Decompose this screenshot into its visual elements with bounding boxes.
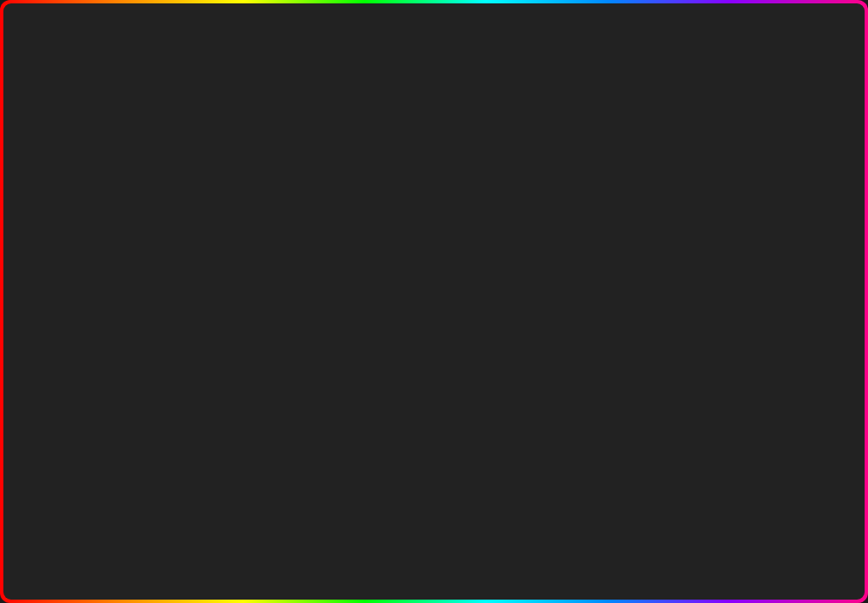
save-button[interactable]: Save 4	[761, 330, 805, 354]
artist-input[interactable]	[517, 193, 805, 216]
title-input[interactable]	[517, 135, 805, 159]
edit-song-modal: Edit Song Title Artist Attributes Origin…	[492, 54, 831, 374]
active-toggle[interactable]	[517, 291, 551, 310]
title-label: Title	[517, 118, 805, 130]
app-container: 2	[3, 3, 865, 600]
advanced-button[interactable]: Advanced	[588, 330, 658, 354]
modal-title: Edit Song	[517, 78, 805, 98]
attributes-form-group: Attributes OriginalCoverNew ▼ 3	[517, 233, 805, 274]
active-row: Active?	[517, 291, 805, 310]
modal-overlay: Edit Song Title Artist Attributes Origin…	[3, 3, 865, 600]
artist-label: Artist	[517, 176, 805, 187]
title-form-group: Title	[517, 118, 805, 159]
save-badge: 4	[798, 321, 817, 340]
attributes-label: Attributes	[517, 233, 805, 245]
cancel-button[interactable]: Cancel	[517, 330, 571, 354]
modal-actions: Cancel Advanced Save 4	[517, 330, 805, 354]
artist-form-group: Artist	[517, 176, 805, 216]
attributes-badge: 3	[761, 242, 780, 260]
active-label: Active?	[559, 293, 598, 307]
